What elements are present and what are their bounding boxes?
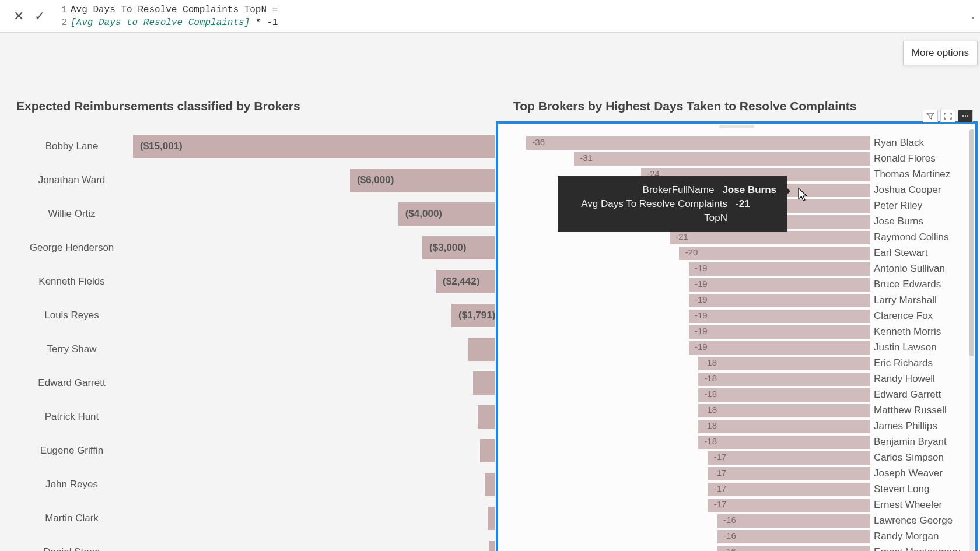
right-bar-row[interactable]: -17Ernest Wheeler <box>522 497 870 513</box>
right-bar-row[interactable]: -18Edward Garrett <box>522 387 870 403</box>
right-bar-row[interactable]: -16Ernest Montgomery <box>522 545 870 551</box>
right-bar-row[interactable]: -17Joseph Weaver <box>522 466 870 482</box>
left-bar[interactable]: ($4,000) <box>398 202 495 226</box>
left-bar-row[interactable]: George Henderson($3,000) <box>16 231 495 265</box>
scrollbar-thumb[interactable] <box>970 129 974 356</box>
right-bar-row[interactable]: -21Raymond Collins <box>522 230 870 245</box>
right-bar[interactable] <box>689 262 870 276</box>
right-bar-row[interactable]: -19Justin Lawson <box>522 340 870 356</box>
right-bar[interactable] <box>698 373 870 386</box>
resize-handle-top[interactable] <box>719 125 754 128</box>
left-bar-row[interactable]: Kenneth Fields($2,442) <box>16 265 495 299</box>
left-bar-row[interactable]: Louis Reyes($1,791) <box>16 299 495 332</box>
left-bar[interactable]: ($2,442) <box>436 270 495 293</box>
right-bar-value-label: -18 <box>704 373 717 383</box>
more-options-button[interactable]: More options <box>903 41 978 65</box>
right-bar[interactable] <box>718 546 870 551</box>
right-bar[interactable] <box>718 530 870 543</box>
left-bar[interactable] <box>489 541 495 551</box>
right-chart-title: Top Brokers by Highest Days Taken to Res… <box>513 99 978 113</box>
left-bar-row[interactable]: Edward Garrett <box>16 366 495 400</box>
right-bar-row[interactable]: -18Matthew Russell <box>522 403 870 419</box>
right-bar[interactable] <box>698 357 870 370</box>
right-bar-row[interactable]: -18Randy Howell <box>522 371 870 387</box>
right-bar-row[interactable]: -19Antonio Sullivan <box>522 261 870 277</box>
right-bar[interactable] <box>679 247 870 260</box>
left-bar[interactable] <box>468 338 495 361</box>
left-bar-row[interactable]: Eugene Griffin <box>16 434 495 468</box>
left-bar-row[interactable]: Daniel Stone <box>16 535 495 551</box>
right-category-label: Ernest Montgomery <box>874 546 960 551</box>
left-bar-row[interactable]: Terry Shaw <box>16 332 495 366</box>
left-bar-row[interactable]: Bobby Lane($15,001) <box>16 129 495 163</box>
right-bar-value-label: -21 <box>676 231 688 241</box>
left-bar[interactable] <box>488 507 495 530</box>
scrollbar[interactable] <box>970 129 974 551</box>
right-bar[interactable] <box>708 451 870 465</box>
right-bar-row[interactable]: -16Lawrence George <box>522 513 870 529</box>
left-bar-row[interactable]: Jonathan Ward($6,000) <box>16 163 495 197</box>
right-bar-row[interactable]: -19Kenneth Morris <box>522 324 870 340</box>
right-category-label: Ronald Flores <box>874 153 936 164</box>
filter-icon[interactable] <box>923 110 938 122</box>
right-category-label: Thomas Martinez <box>874 169 950 180</box>
left-bar-row[interactable]: Patrick Hunt <box>16 400 495 434</box>
right-bar-row[interactable]: -18Benjamin Bryant <box>522 434 870 450</box>
right-bar[interactable] <box>718 514 870 528</box>
right-bar[interactable] <box>574 152 870 166</box>
formula-buttons: ✕ ✓ <box>0 0 54 32</box>
dax-editor[interactable]: 1Avg Days To Resolve Complaints TopN = 2… <box>54 0 966 32</box>
right-category-label: Peter Riley <box>874 200 922 212</box>
right-bar[interactable] <box>698 404 870 417</box>
left-bar[interactable] <box>473 371 495 395</box>
right-bar[interactable] <box>689 310 870 323</box>
right-bar-row[interactable]: -18Eric Richards <box>522 356 870 371</box>
focus-mode-icon[interactable] <box>940 110 956 122</box>
right-bar[interactable] <box>708 499 870 512</box>
commit-icon[interactable]: ✓ <box>34 9 45 24</box>
left-chart[interactable]: Expected Reimbursements classified by Br… <box>16 99 495 551</box>
right-bar-row[interactable]: -19Clarence Fox <box>522 308 870 324</box>
right-bar-row[interactable]: -19Larry Marshall <box>522 293 870 308</box>
left-bar[interactable]: ($6,000) <box>350 169 495 192</box>
right-bar[interactable] <box>708 467 870 480</box>
right-bar-row[interactable]: -18James Phillips <box>522 419 870 434</box>
right-chart[interactable]: Top Brokers by Highest Days Taken to Res… <box>496 99 978 125</box>
right-bar[interactable] <box>689 294 870 307</box>
formula-expand-icon[interactable]: ⌄ <box>966 0 980 32</box>
right-bar[interactable] <box>526 136 870 150</box>
left-bar-row[interactable]: John Reyes <box>16 468 495 501</box>
left-bar-value-label: ($2,442) <box>443 276 480 287</box>
right-bar[interactable] <box>698 420 870 433</box>
right-bar[interactable] <box>708 483 870 496</box>
right-bar-row[interactable]: -17Steven Long <box>522 482 870 497</box>
right-bar[interactable] <box>698 388 870 402</box>
left-bar-row[interactable]: Martin Clark <box>16 501 495 535</box>
right-bar-row[interactable]: -31Ronald Flores <box>522 151 870 167</box>
right-bar-value-label: -19 <box>695 294 708 304</box>
left-bar[interactable] <box>485 473 495 496</box>
right-bar-value-label: -36 <box>532 137 545 147</box>
left-bar[interactable] <box>480 439 495 462</box>
left-bar[interactable]: ($3,000) <box>422 236 495 259</box>
right-bar-row[interactable]: -20Earl Stewart <box>522 245 870 261</box>
cancel-icon[interactable]: ✕ <box>13 9 24 24</box>
right-bar-row[interactable]: -36Ryan Black <box>522 135 870 151</box>
right-bar-row[interactable]: -16Randy Morgan <box>522 529 870 545</box>
more-options-icon[interactable]: ⋯ <box>958 110 973 122</box>
left-bar-row[interactable]: Willie Ortiz($4,000) <box>16 197 495 231</box>
right-bar-row[interactable]: -17Carlos Simpson <box>522 450 870 466</box>
right-category-label: Joshua Cooper <box>874 184 941 196</box>
right-bar-value-label: -18 <box>704 357 717 367</box>
right-bar[interactable] <box>689 341 870 355</box>
left-bar[interactable]: ($1,791) <box>452 304 495 327</box>
right-bar-value-label: -16 <box>723 546 736 551</box>
right-bar[interactable] <box>698 436 870 449</box>
right-bar[interactable] <box>689 278 870 292</box>
right-bar[interactable] <box>689 325 870 339</box>
tooltip-val2: -21 <box>736 197 776 225</box>
right-bar[interactable] <box>670 231 870 244</box>
left-bar[interactable]: ($15,001) <box>133 135 495 158</box>
right-bar-row[interactable]: -19Bruce Edwards <box>522 277 870 293</box>
left-bar[interactable] <box>478 405 495 429</box>
